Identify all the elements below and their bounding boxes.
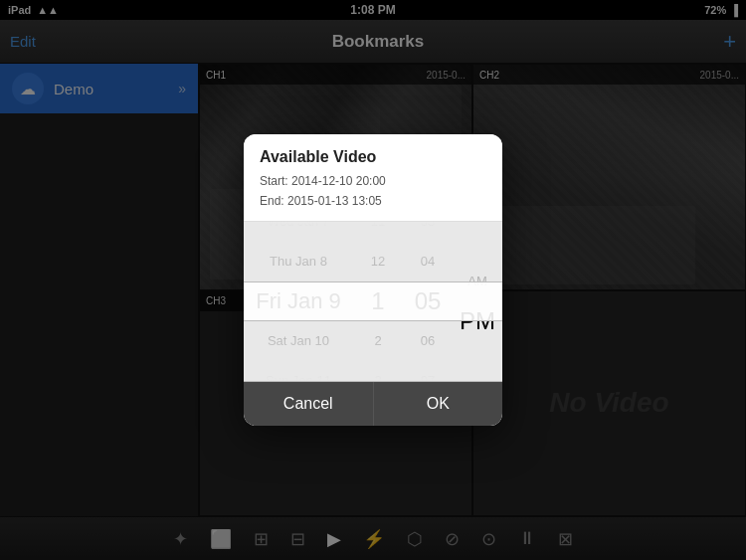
picker-date-selected[interactable]: Fri Jan 9 — [256, 281, 341, 321]
picker-hour-selected[interactable]: 1 — [371, 281, 385, 321]
dialog-end-info: End: 2015-01-13 13:05 — [260, 192, 486, 211]
dialog-buttons: Cancel OK — [244, 381, 502, 426]
picker-col-ampm[interactable]: AM PM — [453, 222, 502, 381]
dialog-header: Available Video Start: 2014-12-10 20:00 … — [244, 134, 502, 221]
picker-date-item[interactable]: Sun Jan 11 — [256, 361, 341, 381]
picker-col-hour[interactable]: 11 12 1 2 3 — [353, 222, 403, 381]
picker-minute-selected[interactable]: 05 — [415, 281, 442, 321]
picker-date-item[interactable]: Sat Jan 10 — [256, 321, 341, 361]
ok-button[interactable]: OK — [374, 382, 503, 426]
picker-col-minute[interactable]: 03 04 05 06 07 — [403, 222, 453, 381]
picker-ampm-selected[interactable]: PM — [460, 301, 495, 341]
picker-hour-item[interactable]: 3 — [371, 361, 385, 381]
picker-col-date[interactable]: Tue Jan 6 Wed Jan 7 Thu Jan 8 Fri Jan 9 … — [244, 222, 353, 381]
picker-minute-item[interactable]: 03 — [415, 222, 442, 242]
picker-minute-item[interactable]: 04 — [415, 242, 442, 281]
picker-ampm-item[interactable]: AM — [460, 262, 495, 301]
picker-date-item[interactable]: Thu Jan 8 — [256, 242, 341, 281]
modal-overlay: Available Video Start: 2014-12-10 20:00 … — [0, 0, 746, 560]
cancel-button[interactable]: Cancel — [244, 382, 374, 426]
picker-hour-item[interactable]: 2 — [371, 321, 385, 361]
picker-date-item[interactable]: Wed Jan 7 — [256, 222, 341, 242]
datetime-picker[interactable]: Tue Jan 6 Wed Jan 7 Thu Jan 8 Fri Jan 9 … — [244, 222, 502, 381]
available-video-dialog: Available Video Start: 2014-12-10 20:00 … — [244, 134, 502, 425]
picker-hour-item[interactable]: 11 — [371, 222, 385, 242]
picker-minute-item[interactable]: 07 — [415, 361, 442, 381]
picker-minute-item[interactable]: 06 — [415, 321, 442, 361]
dialog-start-info: Start: 2014-12-10 20:00 — [260, 172, 486, 191]
picker-columns: Tue Jan 6 Wed Jan 7 Thu Jan 8 Fri Jan 9 … — [244, 222, 502, 381]
picker-hour-item[interactable]: 12 — [371, 242, 385, 281]
dialog-title: Available Video — [260, 148, 486, 166]
